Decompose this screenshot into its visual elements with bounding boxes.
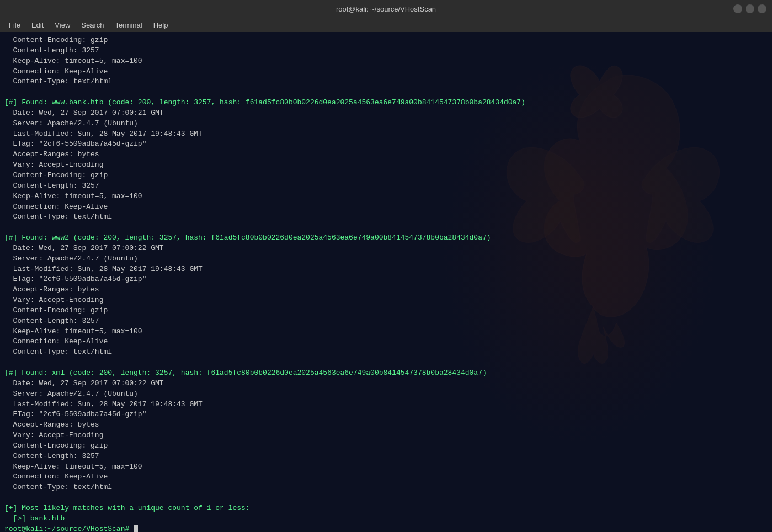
menu-view[interactable]: View: [50, 20, 74, 30]
menu-search[interactable]: Search: [77, 20, 108, 30]
terminal-body[interactable]: Content-Encoding: gzip Content-Length: 3…: [0, 32, 772, 532]
window-title: root@kali: ~/source/VHostScan: [336, 5, 436, 13]
menu-file[interactable]: File: [4, 20, 25, 30]
title-bar: root@kali: ~/source/VHostScan – □ ✕: [0, 0, 772, 18]
close-button[interactable]: ✕: [758, 4, 766, 13]
window-controls: – □ ✕: [733, 4, 766, 13]
menu-terminal[interactable]: Terminal: [111, 20, 147, 30]
terminal-content: Content-Encoding: gzip Content-Length: 3…: [4, 35, 768, 532]
menu-help[interactable]: Help: [149, 20, 173, 30]
menu-edit[interactable]: Edit: [27, 20, 48, 30]
maximize-button[interactable]: □: [746, 4, 754, 13]
menu-bar: File Edit View Search Terminal Help: [0, 18, 772, 32]
minimize-button[interactable]: –: [733, 4, 742, 13]
terminal-window: root@kali: ~/source/VHostScan – □ ✕ File…: [0, 0, 772, 532]
